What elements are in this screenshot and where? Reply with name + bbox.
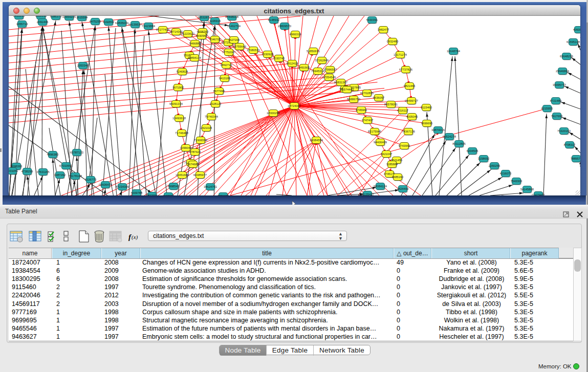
svg-text:60385977: 60385977 [193, 173, 207, 177]
svg-text:79740344: 79740344 [205, 115, 219, 118]
svg-text:87234309: 87234309 [116, 185, 129, 188]
svg-text:4966319: 4966319 [290, 33, 301, 36]
svg-text:94406409: 94406409 [374, 141, 387, 144]
svg-text:4216073: 4216073 [500, 172, 512, 175]
svg-text:19384554: 19384554 [310, 139, 323, 142]
svg-text:04499727: 04499727 [405, 99, 418, 102]
svg-text:3158692: 3158692 [478, 157, 490, 160]
svg-text:2053346: 2053346 [77, 64, 89, 67]
svg-text:9636057: 9636057 [373, 96, 385, 99]
svg-text:7917693: 7917693 [551, 115, 563, 118]
svg-text:18300295: 18300295 [267, 112, 280, 115]
svg-text:9421047: 9421047 [381, 152, 393, 156]
svg-text:80831367: 80831367 [334, 81, 347, 84]
svg-text:72423884: 72423884 [142, 25, 156, 28]
svg-text:1226916: 1226916 [209, 19, 221, 23]
svg-text:6690967: 6690967 [196, 34, 208, 37]
svg-text:8708317: 8708317 [564, 143, 576, 146]
svg-text:9743953: 9743953 [399, 144, 410, 147]
svg-text:87277434: 87277434 [156, 28, 170, 31]
svg-text:34714345: 34714345 [169, 30, 183, 33]
svg-text:85574443: 85574443 [340, 88, 354, 91]
svg-text:3482477: 3482477 [378, 28, 389, 31]
svg-text:1824493: 1824493 [397, 187, 409, 190]
svg-text:97848018: 97848018 [225, 16, 238, 18]
svg-text:9699695: 9699695 [421, 122, 433, 125]
svg-text:51462704: 51462704 [227, 25, 241, 28]
svg-text:67010651: 67010651 [59, 164, 73, 167]
svg-text:1399049: 1399049 [180, 146, 192, 149]
svg-text:5098393: 5098393 [11, 165, 23, 168]
svg-text:64139537: 64139537 [128, 23, 142, 26]
svg-text:98084124: 98084124 [374, 185, 387, 188]
svg-text:62702895: 62702895 [360, 92, 374, 95]
svg-text:4738299: 4738299 [21, 170, 33, 173]
svg-text:53755646: 53755646 [233, 45, 246, 48]
svg-text:65787133: 65787133 [70, 151, 83, 154]
svg-text:76945314: 76945314 [311, 70, 325, 73]
svg-text:29946804: 29946804 [556, 70, 570, 73]
svg-text:5240824: 5240824 [177, 70, 188, 73]
svg-text:5674680: 5674680 [187, 163, 199, 166]
svg-text:8721489: 8721489 [550, 99, 562, 102]
svg-text:2260256: 2260256 [489, 164, 500, 167]
svg-text:1615594: 1615594 [76, 16, 88, 19]
svg-text:36995777: 36995777 [553, 83, 566, 86]
svg-text:3747407: 3747407 [362, 119, 374, 122]
svg-text:6204505: 6204505 [467, 149, 478, 152]
svg-text:4896383: 4896383 [47, 153, 59, 156]
svg-text:34874016: 34874016 [431, 128, 445, 132]
svg-text:9115460: 9115460 [421, 106, 432, 109]
svg-text:1055713: 1055713 [16, 23, 28, 26]
svg-text:02654235: 02654235 [62, 16, 76, 18]
svg-text:71906594: 71906594 [194, 139, 208, 142]
svg-text:74367136: 74367136 [402, 130, 415, 133]
svg-text:9912419: 9912419 [287, 62, 298, 65]
svg-text:51850671: 51850671 [307, 50, 320, 53]
svg-text:13171274: 13171274 [394, 53, 407, 56]
svg-text:6475255: 6475255 [90, 20, 101, 23]
svg-text:9413186: 9413186 [219, 77, 231, 80]
svg-text:73178108: 73178108 [69, 174, 82, 178]
svg-text:1031051: 1031051 [9, 169, 18, 172]
svg-text:61595148: 61595148 [567, 40, 580, 43]
svg-text:55886753: 55886753 [347, 98, 360, 101]
svg-text:16648784: 16648784 [447, 50, 461, 53]
svg-text:54145868: 54145868 [520, 188, 534, 191]
svg-text:71746488: 71746488 [175, 132, 188, 135]
svg-text:13493618: 13493618 [172, 117, 186, 120]
svg-text:0433218: 0433218 [13, 16, 25, 17]
svg-text:37631165: 37631165 [36, 170, 49, 173]
svg-text:18724007: 18724007 [288, 104, 301, 107]
svg-text:86578091: 86578091 [384, 103, 398, 106]
svg-text:02606474: 02606474 [99, 183, 113, 186]
svg-text:34624751: 34624751 [204, 185, 217, 188]
svg-text:0330923: 0330923 [262, 53, 274, 56]
svg-text:6998543: 6998543 [168, 185, 180, 188]
svg-text:8677496: 8677496 [213, 90, 225, 93]
svg-text:49894134: 49894134 [188, 56, 202, 59]
svg-text:77752047: 77752047 [222, 51, 235, 54]
svg-text:2421024: 2421024 [201, 126, 212, 129]
svg-text:1491905: 1491905 [298, 66, 310, 69]
svg-text:7346706: 7346706 [209, 38, 221, 41]
svg-text:7889579: 7889579 [571, 157, 580, 160]
svg-text:3685160: 3685160 [392, 176, 404, 179]
svg-text:0842710: 0842710 [221, 63, 232, 67]
svg-text:64835030: 64835030 [115, 21, 128, 25]
svg-text:65648236: 65648236 [560, 55, 573, 58]
svg-text:8148932: 8148932 [268, 18, 280, 21]
svg-text:5009788: 5009788 [131, 191, 143, 194]
svg-text:37996507: 37996507 [323, 68, 337, 71]
svg-text:1671902: 1671902 [172, 86, 184, 89]
svg-text:2328120: 2328120 [210, 102, 222, 105]
svg-text:4005045: 4005045 [406, 115, 418, 118]
svg-text:3285884: 3285884 [386, 163, 398, 166]
svg-text:7193745: 7193745 [273, 57, 285, 60]
svg-text:99091334: 99091334 [169, 102, 183, 105]
svg-text:5430391: 5430391 [366, 18, 378, 21]
svg-text:76320163: 76320163 [557, 129, 571, 133]
svg-text:1326773: 1326773 [85, 178, 97, 181]
svg-text:7543303: 7543303 [511, 180, 522, 183]
svg-text:4060883: 4060883 [573, 28, 580, 31]
